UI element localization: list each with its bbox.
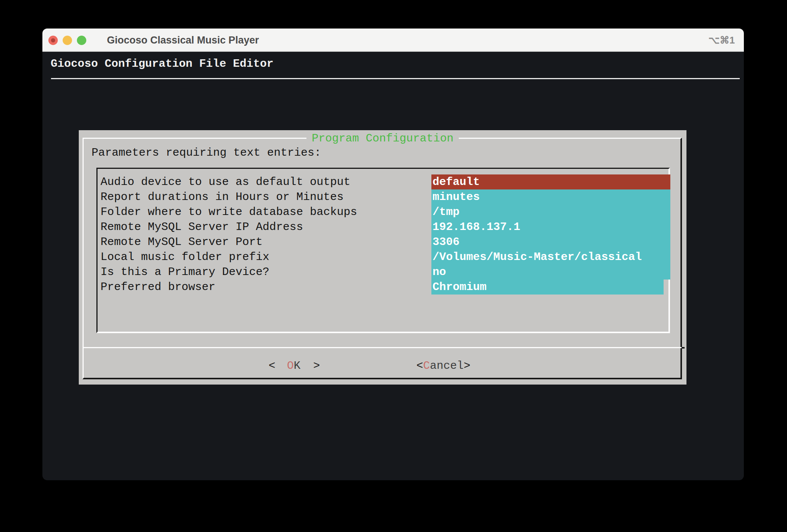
cancel-button[interactable]: <Cancel>: [416, 358, 470, 373]
heading-rule: [51, 78, 740, 79]
form-box: Audio device to use as default output de…: [96, 168, 670, 333]
config-field-row[interactable]: Preferred browser Chromium: [98, 280, 668, 295]
close-window-button[interactable]: [48, 36, 58, 45]
field-label: Report durations in Hours or Minutes: [101, 189, 344, 204]
page-title: Giocoso Configuration File Editor: [51, 56, 273, 72]
field-value-input[interactable]: no: [431, 264, 670, 280]
field-list: Audio device to use as default output de…: [98, 169, 668, 332]
window-title: Giocoso Classical Music Player: [107, 29, 259, 52]
field-value-input[interactable]: Chromium: [431, 280, 664, 295]
field-value-input[interactable]: /Volumes/Music-Master/classical: [431, 249, 670, 264]
ok-button[interactable]: <OK>: [269, 358, 320, 373]
field-value-input[interactable]: minutes: [431, 189, 670, 204]
field-label: Local music folder prefix: [101, 249, 269, 264]
zoom-window-button[interactable]: [77, 36, 86, 45]
config-field-row[interactable]: Remote MySQL Server Port 3306: [98, 234, 668, 249]
ok-hotkey: O: [287, 359, 294, 372]
cancel-hotkey: C: [423, 359, 430, 372]
field-label: Is this a Primary Device?: [101, 264, 269, 280]
titlebar: Giocoso Classical Music Player ⌥⌘1: [42, 29, 744, 52]
terminal-screen: Giocoso Configuration File Editor Progra…: [42, 53, 744, 480]
cancel-bracket-open: <: [416, 359, 423, 372]
field-value-input[interactable]: 192.168.137.1: [431, 219, 670, 234]
ok-label: K: [294, 359, 300, 372]
minimize-window-button[interactable]: [63, 36, 72, 45]
cancel-bracket-close: >: [464, 359, 470, 372]
field-value-input[interactable]: default: [431, 174, 670, 189]
dialog-subtitle: Parameters requiring text entries:: [92, 145, 321, 160]
ok-bracket-close: >: [313, 359, 320, 372]
cancel-label: ancel: [430, 359, 464, 372]
config-field-row[interactable]: Audio device to use as default output de…: [98, 174, 668, 189]
config-field-row[interactable]: Report durations in Hours or Minutes min…: [98, 189, 668, 204]
field-label: Remote MySQL Server IP Address: [101, 219, 303, 234]
button-separator: [83, 347, 682, 348]
field-value-input[interactable]: 3306: [431, 234, 670, 249]
ok-bracket-open: <: [269, 359, 275, 372]
config-field-row[interactable]: Folder where to write database backups /…: [98, 204, 668, 219]
config-field-row[interactable]: Is this a Primary Device? no: [98, 264, 668, 280]
field-value-input[interactable]: /tmp: [431, 204, 670, 219]
program-configuration-dialog: Program Configuration Parameters requiri…: [79, 130, 686, 385]
config-field-row[interactable]: Local music folder prefix /Volumes/Music…: [98, 249, 668, 264]
field-label: Audio device to use as default output: [101, 174, 350, 189]
config-field-row[interactable]: Remote MySQL Server IP Address 192.168.1…: [98, 219, 668, 234]
button-row: <OK> <Cancel>: [79, 358, 686, 373]
field-label: Remote MySQL Server Port: [101, 234, 263, 249]
field-label: Folder where to write database backups: [101, 204, 357, 219]
dialog-title: Program Configuration: [306, 131, 459, 146]
field-label: Preferred browser: [101, 280, 215, 295]
window-shortcut-badge: ⌥⌘1: [709, 29, 735, 52]
terminal-window: Giocoso Classical Music Player ⌥⌘1 Gioco…: [42, 29, 744, 480]
